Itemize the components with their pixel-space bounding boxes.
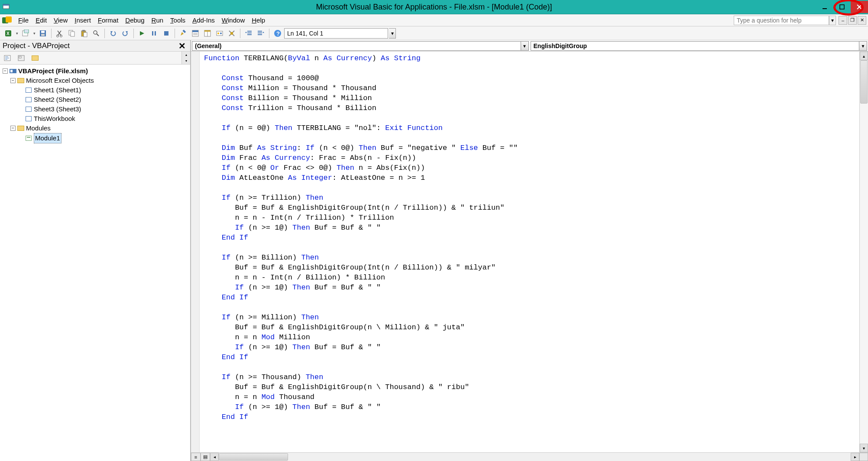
maximize-button[interactable]: [833, 1, 851, 13]
help-dropdown-button[interactable]: ▾: [829, 16, 836, 25]
menu-format[interactable]: Format: [94, 16, 122, 25]
tree-root[interactable]: −VBAProject (File.xlsm): [3, 66, 188, 76]
outdent-button[interactable]: [243, 28, 254, 39]
paste-button[interactable]: [78, 28, 90, 39]
code-editor[interactable]: Function TERBILANG(ByVal n As Currency) …: [200, 52, 859, 452]
svg-rect-33: [182, 29, 186, 33]
tree-module1[interactable]: Module1: [3, 133, 188, 143]
svg-text:?: ?: [276, 30, 280, 37]
insert-module-button[interactable]: [20, 28, 31, 39]
svg-rect-35: [192, 30, 198, 32]
svg-rect-39: [204, 30, 211, 32]
menu-run[interactable]: Run: [148, 16, 167, 25]
redo-button[interactable]: [120, 28, 131, 39]
chevron-down-icon[interactable]: ▼: [521, 42, 528, 50]
code-margin[interactable]: [191, 52, 200, 452]
copy-button[interactable]: [66, 28, 78, 39]
object-browser-button[interactable]: [214, 28, 225, 39]
svg-rect-29: [152, 31, 153, 36]
separator-icon: [269, 29, 269, 38]
save-button[interactable]: [37, 28, 49, 39]
find-button[interactable]: [91, 28, 102, 39]
svg-rect-13: [41, 31, 45, 33]
menu-view[interactable]: View: [50, 16, 71, 25]
menu-debug[interactable]: Debug: [122, 16, 148, 25]
properties-button[interactable]: [202, 28, 213, 39]
run-button[interactable]: [136, 28, 148, 39]
close-pane-icon[interactable]: ✕: [177, 41, 188, 51]
break-button[interactable]: [149, 28, 160, 39]
menu-insert[interactable]: Insert: [71, 16, 94, 25]
titlebar[interactable]: Microsoft Visual Basic for Applications …: [0, 0, 868, 14]
cut-button[interactable]: [54, 28, 65, 39]
scroll-thumb[interactable]: [860, 60, 868, 104]
scroll-up-icon[interactable]: ▴: [860, 52, 868, 60]
menu-file[interactable]: File: [15, 16, 32, 25]
reset-button[interactable]: [161, 28, 172, 39]
excel-dropdown[interactable]: ▾: [15, 31, 19, 36]
mdi-minimize-button[interactable]: –: [839, 16, 847, 25]
help-search-input[interactable]: [734, 16, 829, 25]
menu-add-ins[interactable]: Add-Ins: [189, 16, 218, 25]
tree-item[interactable]: Sheet2 (Sheet2): [3, 95, 188, 104]
svg-marker-32: [181, 32, 184, 36]
scroll-down-icon[interactable]: ▾: [860, 444, 868, 452]
svg-rect-23: [84, 32, 87, 37]
svg-text:X: X: [6, 31, 10, 36]
minimize-button[interactable]: [816, 1, 833, 13]
window-title: Microsoft Visual Basic for Applications …: [316, 3, 552, 12]
procedure-combo[interactable]: EnglishDigitGroup▼: [531, 41, 868, 51]
horizontal-scrollbar[interactable]: ◂ ▸: [210, 453, 859, 461]
toolbox-button[interactable]: [226, 28, 237, 39]
help-button[interactable]: ?: [272, 28, 283, 39]
svg-rect-20: [71, 32, 74, 36]
menu-tools[interactable]: Tools: [167, 16, 189, 25]
system-menu-icon[interactable]: [3, 3, 10, 11]
cursor-position: Ln 141, Col 1: [284, 28, 388, 39]
menu-help[interactable]: Help: [248, 16, 269, 25]
scroll-up-icon[interactable]: ▴: [182, 52, 190, 58]
project-toolbar: ▴▾: [0, 52, 190, 65]
view-excel-button[interactable]: X: [3, 28, 14, 39]
svg-rect-3: [840, 5, 844, 9]
close-button[interactable]: [851, 1, 868, 13]
view-code-button[interactable]: [2, 52, 13, 64]
procedure-view-button[interactable]: ≡: [191, 453, 201, 461]
position-dropdown[interactable]: ▾: [389, 28, 396, 39]
scroll-right-icon[interactable]: ▸: [851, 453, 859, 461]
svg-rect-64: [10, 70, 13, 72]
scroll-left-icon[interactable]: ◂: [210, 453, 219, 461]
svg-rect-22: [82, 30, 85, 32]
svg-point-24: [94, 31, 97, 34]
scroll-down-icon[interactable]: ▾: [182, 58, 190, 65]
tree-modules[interactable]: −Modules: [3, 123, 188, 133]
vertical-scrollbar[interactable]: ▴ ▾: [859, 52, 868, 452]
view-object-button[interactable]: [16, 52, 27, 64]
undo-button[interactable]: [107, 28, 119, 39]
insert-dropdown[interactable]: ▾: [32, 31, 36, 36]
svg-marker-28: [140, 31, 144, 36]
tree-item[interactable]: Sheet1 (Sheet1): [3, 85, 188, 95]
menu-window[interactable]: Window: [218, 16, 248, 25]
indent-button[interactable]: [255, 28, 266, 39]
toggle-folders-button[interactable]: [29, 52, 41, 64]
design-mode-button[interactable]: [178, 28, 189, 39]
mdi-close-button[interactable]: ✕: [858, 16, 866, 25]
svg-rect-30: [155, 31, 156, 36]
tree-excel-objects[interactable]: −Microsoft Excel Objects: [3, 76, 188, 85]
tree-item[interactable]: ThisWorkbook: [3, 114, 188, 123]
svg-rect-11: [24, 29, 29, 33]
object-combo[interactable]: (General)▼: [192, 41, 529, 51]
menu-edit[interactable]: Edit: [32, 16, 50, 25]
chevron-down-icon[interactable]: ▼: [859, 42, 867, 50]
tree-item[interactable]: Sheet3 (Sheet3): [3, 104, 188, 114]
svg-line-25: [97, 34, 99, 36]
project-tree[interactable]: −VBAProject (File.xlsm) −Microsoft Excel…: [0, 65, 190, 461]
vba-logo-icon[interactable]: [2, 16, 12, 25]
project-explorer-button[interactable]: [190, 28, 201, 39]
scroll-thumb[interactable]: [219, 453, 288, 461]
mdi-restore-button[interactable]: ❐: [848, 16, 857, 25]
svg-marker-54: [262, 32, 264, 33]
svg-marker-50: [245, 32, 247, 33]
full-module-view-button[interactable]: ▤: [201, 453, 210, 461]
